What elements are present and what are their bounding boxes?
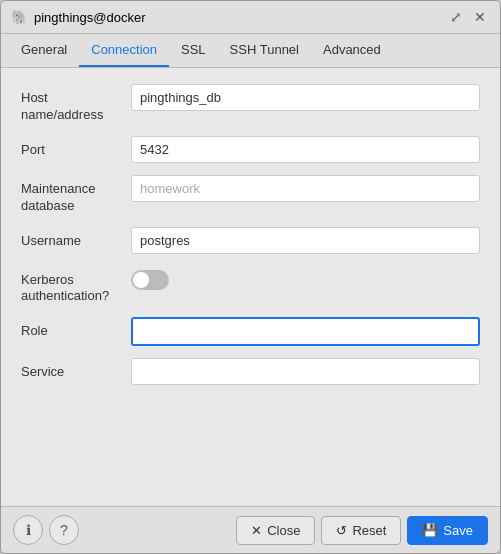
service-label: Service	[21, 358, 131, 381]
maintenance-db-input[interactable]	[131, 175, 480, 202]
reset-label: Reset	[352, 523, 386, 538]
username-row: Username	[21, 227, 480, 254]
toggle-slider	[131, 270, 169, 290]
app-icon: 🐘	[11, 9, 28, 25]
close-button[interactable]: ✕ Close	[236, 516, 315, 545]
port-row: Port	[21, 136, 480, 163]
role-label: Role	[21, 317, 131, 340]
tab-advanced[interactable]: Advanced	[311, 34, 393, 67]
service-row: Service	[21, 358, 480, 385]
hostname-row: Host name/address	[21, 84, 480, 124]
hostname-field	[131, 84, 480, 111]
footer: ℹ ? ✕ Close ↺ Reset 💾 Save	[1, 506, 500, 553]
role-input[interactable]	[131, 317, 480, 346]
username-input[interactable]	[131, 227, 480, 254]
tab-connection[interactable]: Connection	[79, 34, 169, 67]
tab-general[interactable]: General	[9, 34, 79, 67]
port-input[interactable]	[131, 136, 480, 163]
close-label: Close	[267, 523, 300, 538]
port-field	[131, 136, 480, 163]
kerberos-toggle[interactable]	[131, 270, 169, 290]
maintenance-db-row: Maintenance database	[21, 175, 480, 215]
close-window-button[interactable]: ✕	[470, 7, 490, 27]
username-field	[131, 227, 480, 254]
help-button[interactable]: ?	[49, 515, 79, 545]
footer-right: ✕ Close ↺ Reset 💾 Save	[236, 516, 488, 545]
port-label: Port	[21, 136, 131, 159]
role-field	[131, 317, 480, 346]
form-content: Host name/address Port Maintenance datab…	[1, 68, 500, 506]
tab-ssl[interactable]: SSL	[169, 34, 218, 67]
maintenance-db-label: Maintenance database	[21, 175, 131, 215]
kerberos-row: Kerberos authentication?	[21, 266, 480, 306]
save-button[interactable]: 💾 Save	[407, 516, 488, 545]
close-icon: ✕	[251, 523, 262, 538]
titlebar-right: ⤢ ✕	[446, 7, 490, 27]
hostname-input[interactable]	[131, 84, 480, 111]
reset-button[interactable]: ↺ Reset	[321, 516, 401, 545]
save-icon: 💾	[422, 523, 438, 538]
titlebar: 🐘 pingthings@docker ⤢ ✕	[1, 1, 500, 34]
info-icon: ℹ	[26, 522, 31, 538]
service-input[interactable]	[131, 358, 480, 385]
username-label: Username	[21, 227, 131, 250]
kerberos-field	[131, 266, 480, 290]
expand-button[interactable]: ⤢	[446, 7, 466, 27]
reset-icon: ↺	[336, 523, 347, 538]
info-button[interactable]: ℹ	[13, 515, 43, 545]
maintenance-db-field	[131, 175, 480, 202]
footer-left: ℹ ?	[13, 515, 79, 545]
service-field	[131, 358, 480, 385]
window-title: pingthings@docker	[34, 10, 145, 25]
titlebar-left: 🐘 pingthings@docker	[11, 9, 145, 25]
save-label: Save	[443, 523, 473, 538]
role-row: Role	[21, 317, 480, 346]
hostname-label: Host name/address	[21, 84, 131, 124]
main-window: 🐘 pingthings@docker ⤢ ✕ General Connecti…	[0, 0, 501, 554]
help-icon: ?	[60, 522, 68, 538]
tab-bar: General Connection SSL SSH Tunnel Advanc…	[1, 34, 500, 68]
kerberos-label: Kerberos authentication?	[21, 266, 131, 306]
tab-ssh-tunnel[interactable]: SSH Tunnel	[218, 34, 311, 67]
